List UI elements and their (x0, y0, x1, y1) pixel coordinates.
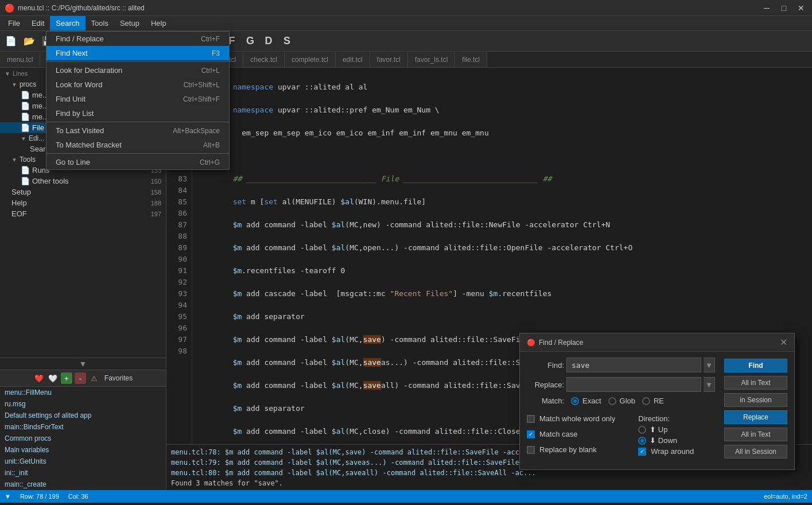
checkbox-case[interactable] (527, 430, 535, 438)
sidebar-file-icon1: 📄 (21, 91, 30, 99)
sidebar-item-label-edi: Edi... (29, 134, 44, 142)
fav-red2-icon[interactable]: - (75, 372, 86, 384)
radio-glob[interactable]: Glob (608, 397, 635, 405)
fav-item-1[interactable]: ru.msg (0, 398, 166, 410)
checkbox-whole-word-row: Match whole word only (527, 414, 615, 423)
all-in-text-1-button[interactable]: All in Text (724, 376, 787, 390)
radio-down-btn[interactable] (638, 437, 646, 445)
menu-search[interactable]: Search (50, 16, 85, 31)
radio-re-btn[interactable] (642, 397, 650, 405)
dialog-icon: 🔴 (527, 339, 535, 347)
sidebar-item-help[interactable]: Help 188 (0, 197, 166, 208)
window-controls[interactable]: ─ □ ✕ (760, 2, 807, 14)
replace-dropdown-button[interactable]: ▼ (704, 377, 715, 392)
toolbar-G[interactable]: G (242, 33, 259, 50)
fav-heart-icon[interactable]: 🤍 (47, 372, 59, 384)
open-file-button[interactable]: 📂 (21, 33, 38, 50)
menu-edit[interactable]: Edit (26, 16, 50, 31)
sidebar-item-eof[interactable]: EOF 197 (0, 208, 166, 219)
radio-exact[interactable]: Exact (571, 397, 601, 405)
fav-item-4[interactable]: Common procs (0, 433, 166, 444)
replace-input[interactable] (566, 377, 701, 392)
menu-to-matched-bracket[interactable]: To Matched Bracket Alt+B (46, 138, 229, 152)
dialog-title-bar: 🔴 Find / Replace ✕ (520, 333, 794, 352)
close-button[interactable]: ✕ (795, 2, 807, 14)
menu-find-replace-label: Find / Replace (56, 34, 104, 43)
fav-orange-icon[interactable]: ⚠ (88, 372, 100, 384)
all-in-text-2-button[interactable]: All in Text (724, 428, 787, 441)
minimize-button[interactable]: ─ (760, 2, 773, 14)
tab-complete-tcl[interactable]: complete.tcl (285, 52, 336, 67)
menu-go-to-line[interactable]: Go to Line Ctrl+G (46, 155, 229, 169)
find-button[interactable]: Find (724, 359, 787, 372)
new-file-button[interactable]: 📄 (2, 33, 20, 50)
menu-find-replace[interactable]: Find / Replace Ctrl+F (46, 32, 229, 46)
find-dropdown-button[interactable]: ▼ (704, 358, 715, 372)
maximize-button[interactable]: □ (778, 2, 790, 14)
sidebar-item-label-eof: EOF (11, 209, 27, 218)
tab-edit-tcl[interactable]: edit.tcl (336, 52, 370, 67)
status-scroll-icon: ▼ (5, 493, 11, 500)
in-session-button[interactable]: in Session (724, 393, 787, 407)
menu-to-matched-bracket-shortcut: Alt+B (203, 141, 220, 149)
tab-menu-tcl-1[interactable]: menu.tcl (0, 52, 40, 67)
tab-file-tcl[interactable]: file.tcl (455, 52, 487, 67)
menu-look-word-label: Look for Word (56, 80, 102, 89)
fav-item-7[interactable]: ini::_init (0, 467, 166, 479)
fav-item-5[interactable]: Main variables (0, 444, 166, 456)
sidebar-item-setup[interactable]: Setup 158 (0, 187, 166, 197)
dialog-buttons: Find All in Text in Session Replace All … (724, 359, 787, 459)
sidebar-file-icon-runs: 📄 (21, 166, 30, 174)
fav-item-6[interactable]: unit::GetUnits (0, 456, 166, 467)
fav-item-2[interactable]: Default settings of alited app (0, 410, 166, 421)
menu-look-declaration[interactable]: Look for Declaration Ctrl+L (46, 63, 229, 77)
fav-item-0[interactable]: menu::FillMenu (0, 387, 166, 398)
sidebar-item-label-help: Help (11, 199, 27, 207)
menu-to-last-visited[interactable]: To Last Visited Alt+BackSpace (46, 123, 229, 138)
menu-tools[interactable]: Tools (86, 16, 114, 31)
direction-group: Direction: ⬆ Up ⬇ Down Wrap around (638, 414, 694, 459)
radio-up-btn[interactable] (638, 426, 646, 434)
radio-re[interactable]: RE (642, 397, 664, 405)
menu-look-declaration-label: Look for Declaration (56, 66, 122, 75)
fav-item-8[interactable]: main::_create (0, 479, 166, 490)
triangle-procs: ▼ (11, 81, 17, 88)
radio-exact-btn[interactable] (571, 397, 579, 405)
sidebar-scroll[interactable]: ▼ (0, 358, 166, 370)
checkbox-wrap[interactable] (638, 448, 646, 456)
fav-green-icon[interactable]: + (61, 372, 72, 384)
tab-favor-ls-tcl[interactable]: favor_ls.tcl (408, 52, 455, 67)
radio-down-label: ⬇ Down (650, 436, 677, 445)
menu-find-next[interactable]: Find Next F3 (46, 46, 229, 60)
menu-help[interactable]: Help (145, 16, 172, 31)
toolbar-D[interactable]: D (260, 33, 277, 50)
menu-look-word[interactable]: Look for Word Ctrl+Shift+L (46, 77, 229, 92)
triangle-lines: ▼ (5, 71, 10, 77)
dialog-close-button[interactable]: ✕ (780, 337, 787, 348)
radio-glob-btn[interactable] (608, 397, 616, 405)
tab-check-tcl[interactable]: check.tcl (243, 52, 285, 67)
replace-button[interactable]: Replace (724, 410, 787, 424)
menu-to-last-visited-label: To Last Visited (56, 126, 104, 135)
menu-file[interactable]: File (2, 16, 26, 31)
menu-find-by-list-label: Find by List (56, 109, 94, 118)
find-input[interactable] (566, 358, 701, 372)
sidebar-item-label-tools: Tools (20, 156, 36, 164)
menu-find-by-list[interactable]: Find by List (46, 106, 229, 121)
checkbox-whole-word[interactable] (527, 415, 535, 423)
toolbar-S[interactable]: S (278, 33, 296, 50)
replace-label: Replace: (527, 380, 564, 389)
sidebar-item-othertools[interactable]: 📄 Other tools 150 (0, 176, 166, 187)
menu-setup[interactable]: Setup (114, 16, 145, 31)
tab-favor-tcl[interactable]: favor.tcl (370, 52, 408, 67)
fav-item-3[interactable]: main::BindsForText (0, 421, 166, 433)
sidebar-item-label-othertools: Other tools (32, 177, 69, 185)
direction-up-row: ⬆ Up (638, 425, 694, 434)
fav-red-icon[interactable]: ❤️ (33, 372, 45, 384)
sidebar-file-icon2: 📄 (21, 102, 30, 110)
checkbox-replace-blank[interactable] (527, 446, 535, 454)
all-in-session-button[interactable]: All in Session (724, 445, 787, 459)
direction-down-row: ⬇ Down (638, 436, 694, 445)
radio-re-label: RE (654, 397, 664, 405)
menu-find-unit[interactable]: Find Unit Ctrl+Shift+F (46, 92, 229, 106)
